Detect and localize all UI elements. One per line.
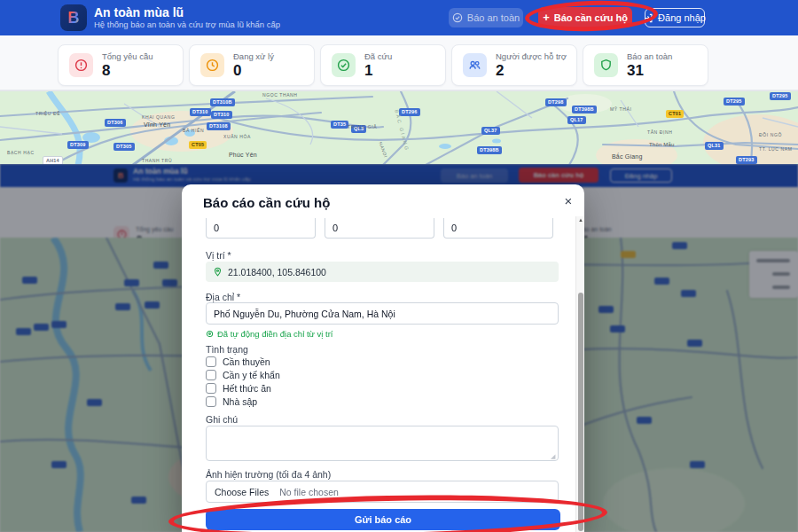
address-autofill-note: Đã tự động điền địa chỉ từ vị trí [206, 329, 332, 339]
status-label: Tình trạng [206, 344, 248, 355]
road-badge: CT05 [189, 141, 207, 149]
shield-icon [594, 53, 618, 77]
note-label: Ghi chú [206, 414, 238, 425]
login-button[interactable]: Đăng nhập [645, 8, 705, 27]
check-circle-icon [452, 12, 463, 23]
map-view[interactable]: DT310BDT310DT310DT3108DT306DT309DT305CT0… [0, 90, 798, 164]
logo-letter: B [68, 9, 80, 27]
road-badge: DT310 [190, 108, 211, 116]
map-place-label: TÂN ĐỊNH [647, 129, 672, 135]
count-field-1[interactable] [206, 218, 316, 239]
road-badge: DT35 [331, 121, 348, 129]
count-field-3[interactable] [443, 218, 553, 239]
checkbox-house-collapsed[interactable]: Nhà sập [206, 396, 257, 407]
road-badge: DT306 [105, 119, 126, 127]
map-place-label: MỸ THÁI [610, 106, 631, 112]
map-place-label: THANH TRÙ [142, 158, 172, 163]
scrollbar-thumb[interactable] [578, 293, 584, 531]
note-textarea[interactable] [206, 426, 559, 461]
stats-row: Tổng yêu cầu 8 Đang xử lý 0 Đã cứu 1 Ngư… [0, 35, 798, 90]
stat-label: Báo an toàn [627, 51, 672, 61]
road-badge: DT295 [770, 92, 791, 100]
checkbox[interactable] [206, 396, 216, 407]
plus-icon: + [543, 12, 550, 23]
map-place-label: TRUNG GIÃ [348, 124, 377, 129]
map-pin-icon [213, 267, 223, 277]
app-title: An toàn mùa lũ [94, 5, 184, 20]
checkbox-label: Nhà sập [223, 396, 257, 407]
checkbox[interactable] [206, 356, 216, 367]
road-badge: DT293 [736, 156, 757, 164]
stat-value: 2 [496, 62, 567, 80]
map-place-label: NGỌC THANH [262, 92, 298, 98]
checkbox-need-medical[interactable]: Cần y tế khẩn [206, 370, 280, 380]
map-place-label: Phúc Yên [229, 152, 257, 158]
stat-label: Đã cứu [364, 51, 392, 61]
close-icon[interactable]: × [561, 193, 575, 208]
stat-card-rescued: Đã cứu 1 [320, 44, 446, 86]
count-field-2[interactable] [325, 218, 434, 239]
stat-card-safe: Báo an toàn 31 [583, 44, 708, 86]
modal-scrollbar[interactable]: ▲ [575, 216, 584, 532]
road-badge: DT305 [113, 143, 135, 151]
address-field[interactable] [206, 302, 559, 325]
modal-title: Báo cáo cần cứu hộ [203, 195, 330, 210]
photos-label: Ảnh hiện trường (tối đa 4 ảnh) [206, 469, 331, 480]
stat-card-supported: Người được hỗ trợ 2 [451, 44, 577, 86]
checkbox-out-of-food[interactable]: Hết thức ăn [206, 383, 271, 394]
location-coordinates: 21.018400, 105.846100 [228, 267, 326, 278]
address-label: Địa chỉ * [206, 292, 240, 302]
login-label: Đăng nhập [658, 12, 706, 23]
road-badge: DT3108 [207, 122, 231, 130]
submit-report-button[interactable]: Gửi báo cáo [206, 509, 560, 530]
road-badge: AH14 [43, 156, 63, 164]
rescue-report-modal: Báo cáo cần cứu hộ × Vị trí * 21.018400,… [182, 184, 584, 532]
road-badge: DT309 [67, 141, 89, 149]
report-rescue-button[interactable]: + Báo cần cứu hộ [538, 7, 632, 27]
road-badge: DT398B [572, 106, 597, 113]
map-place-label: BÁ HIẾN [183, 128, 204, 133]
checkbox[interactable] [206, 383, 216, 394]
map-place-label: TRIỆU ĐỀ [35, 111, 60, 116]
road-badge: DT310 [211, 111, 232, 119]
road-badge: DT296 [399, 108, 420, 116]
stat-value: 8 [102, 62, 153, 80]
app-header: B An toàn mùa lũ Hệ thống báo an toàn và… [0, 0, 798, 35]
report-rescue-label: Báo cần cứu hộ [554, 12, 628, 23]
checkbox-need-boat[interactable]: Cần thuyền [206, 356, 270, 367]
login-icon [644, 13, 653, 23]
check-circle-icon [332, 53, 356, 77]
checkbox[interactable] [206, 370, 216, 380]
stat-card-processing: Đang xử lý 0 [189, 44, 315, 86]
map-place-label: Thôn Mẫu [649, 142, 675, 147]
road-badge: CT01 [666, 110, 684, 118]
road-badge: QL37 [481, 127, 500, 135]
file-status-text: No file chosen [279, 487, 339, 497]
map-place-label: BẠCH HẠC [7, 150, 35, 155]
map-place-label: XUÂN HÒA [223, 134, 251, 139]
report-safe-button[interactable]: Báo an toàn [449, 8, 523, 27]
stat-label: Tổng yêu cầu [102, 51, 153, 61]
resize-handle-icon[interactable]: ◢ [551, 453, 555, 460]
users-icon [463, 53, 487, 77]
map-place-label: ĐỒI NGÔ [759, 132, 782, 137]
stat-card-total: Tổng yêu cầu 8 [58, 44, 184, 86]
report-safe-label: Báo an toàn [467, 12, 520, 23]
scroll-up-icon[interactable]: ▲ [577, 217, 584, 223]
clock-icon [200, 53, 224, 77]
map-place-label: Bắc Giang [612, 153, 643, 160]
location-value-box: 21.018400, 105.846100 [206, 262, 559, 282]
map-pin-icon [206, 330, 214, 338]
road-badge: DT310B [210, 98, 235, 106]
road-badge: DT295 [724, 98, 745, 106]
road-badge: QL17 [567, 116, 586, 124]
road-badge: QL31 [705, 142, 724, 150]
stat-value: 0 [233, 62, 274, 80]
file-input[interactable]: Choose Files No file chosen [206, 481, 559, 503]
road-badge: DT398B [477, 146, 502, 154]
stat-value: 1 [364, 62, 392, 80]
stat-label: Người được hỗ trợ [496, 51, 567, 61]
checkbox-label: Cần y tế khẩn [223, 370, 280, 380]
choose-files-button[interactable]: Choose Files [215, 487, 269, 497]
address-note-text: Đã tự động điền địa chỉ từ vị trí [217, 329, 332, 339]
